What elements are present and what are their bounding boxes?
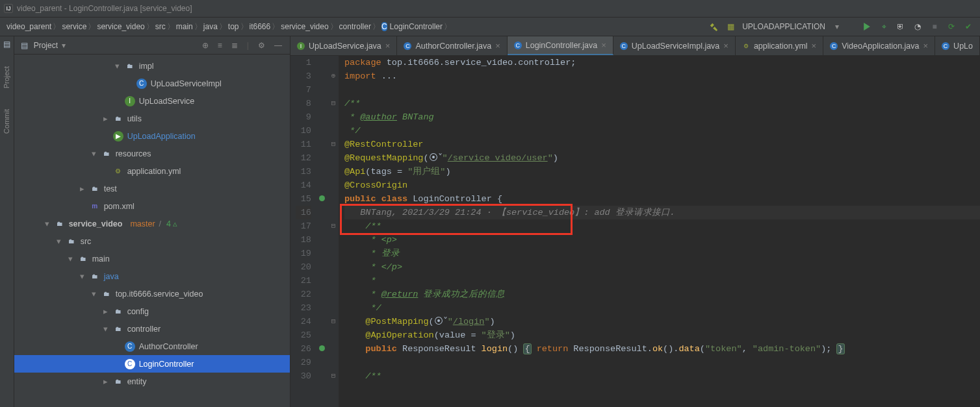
breadcrumb-item[interactable]: controller bbox=[339, 22, 371, 31]
tree-row[interactable]: ▾🖿java bbox=[14, 267, 290, 285]
fold-toggle[interactable]: ⊟ bbox=[328, 369, 339, 383]
project-view-icon: ▤ bbox=[19, 40, 30, 51]
fold-toggle bbox=[328, 110, 339, 124]
tree-row[interactable]: ▾🖿service_video master / 4 ▵ bbox=[14, 215, 290, 232]
breadcrumb-item[interactable]: java bbox=[203, 22, 218, 31]
editor-tab[interactable]: CVideoApplication.java× bbox=[823, 36, 935, 55]
fold-column[interactable]: ⊕⊟⊟⊟⊟⊟ bbox=[328, 56, 339, 407]
editor-tab[interactable]: CLoginController.java× bbox=[508, 36, 613, 55]
settings-gear-icon[interactable]: ⚙ bbox=[255, 41, 268, 50]
tree-row[interactable]: ▸🖿entity bbox=[14, 373, 290, 390]
hide-tool-icon[interactable]: — bbox=[272, 41, 285, 50]
close-tab-icon[interactable]: × bbox=[923, 41, 929, 51]
fold-toggle bbox=[328, 247, 339, 260]
fold-toggle bbox=[328, 233, 339, 247]
editor-tab[interactable]: IUpLoadService.java× bbox=[290, 36, 397, 55]
target-icon[interactable]: ⊕ bbox=[200, 41, 211, 50]
tree-row[interactable]: CAuthorController bbox=[14, 338, 290, 355]
editor-tab[interactable]: ⚙application.yml× bbox=[736, 36, 823, 55]
fold-toggle bbox=[328, 260, 339, 274]
tree-row[interactable]: ▶UpLoadApplication bbox=[14, 127, 290, 145]
title-bar: IJ video_parent - LoginController.java [… bbox=[0, 0, 980, 17]
breadcrumb-item[interactable]: service_video bbox=[97, 22, 144, 31]
close-tab-icon[interactable]: × bbox=[495, 41, 500, 51]
fold-toggle[interactable]: ⊕ bbox=[328, 69, 339, 83]
stop-icon[interactable]: ■ bbox=[929, 21, 940, 32]
tree-row[interactable]: ▾🖿top.it6666.service_video bbox=[14, 285, 290, 302]
project-tree[interactable]: ▾🖿implCUpLoadServiceImplIUpLoadService▸🖿… bbox=[14, 55, 290, 407]
project-tool-icon[interactable]: ▤ bbox=[1, 39, 12, 49]
tree-row[interactable]: ▾🖿impl bbox=[14, 57, 290, 75]
close-tab-icon[interactable]: × bbox=[601, 40, 606, 50]
editor-tab[interactable]: CAuthorController.java× bbox=[397, 36, 507, 55]
breadcrumb-item[interactable]: service bbox=[62, 22, 86, 31]
editor-tabs[interactable]: IUpLoadService.java×CAuthorController.ja… bbox=[290, 36, 980, 56]
code-area[interactable]: package top.it6666.service_video.control… bbox=[339, 56, 980, 407]
update-icon[interactable]: ⟳ bbox=[946, 21, 957, 32]
fold-toggle[interactable]: ⊟ bbox=[328, 315, 339, 328]
tree-row[interactable]: IUpLoadService bbox=[14, 92, 290, 110]
fold-toggle[interactable]: ⊟ bbox=[328, 97, 339, 110]
tree-row[interactable]: ▾🖿src bbox=[14, 232, 290, 250]
run-config-dropdown-icon[interactable]: ▾ bbox=[832, 21, 842, 32]
fold-toggle[interactable]: ⊟ bbox=[328, 138, 339, 151]
tree-row[interactable]: ▾🖿resources bbox=[14, 145, 290, 162]
tree-row[interactable]: ▾🖿main bbox=[14, 250, 290, 267]
editor-body[interactable]: 1378910111213141516171819202122232425262… bbox=[290, 56, 980, 407]
profile-icon[interactable]: ◔ bbox=[912, 21, 923, 32]
fold-toggle bbox=[328, 192, 339, 206]
fold-toggle bbox=[328, 83, 339, 97]
fold-toggle bbox=[328, 151, 339, 165]
breadcrumb-item[interactable]: LoginController bbox=[390, 22, 443, 31]
ij-logo-icon: IJ bbox=[4, 4, 13, 13]
tree-row[interactable]: ▸🖿utils bbox=[14, 110, 290, 127]
gutter-run-icon[interactable] bbox=[319, 345, 325, 351]
breadcrumb-item[interactable]: main bbox=[176, 22, 193, 31]
commit-icon[interactable]: ✔ bbox=[963, 21, 974, 32]
tree-row[interactable]: ⚙application.yml bbox=[14, 162, 290, 180]
project-tool-label[interactable]: Project bbox=[3, 62, 10, 92]
tree-row[interactable]: CLoginController bbox=[14, 355, 290, 373]
close-tab-icon[interactable]: × bbox=[385, 41, 391, 51]
debug-icon[interactable]: ⌖ bbox=[879, 21, 889, 32]
breadcrumb-item[interactable]: video_parent bbox=[6, 22, 51, 31]
breadcrumb-item[interactable]: service_video bbox=[281, 22, 328, 31]
breadcrumbs[interactable]: video_parent〉service〉service_video〉src〉m… bbox=[6, 21, 453, 32]
breadcrumb-item[interactable]: it6666 bbox=[250, 22, 271, 31]
gutter-icons[interactable] bbox=[316, 56, 328, 407]
editor-area: IUpLoadService.java×CAuthorController.ja… bbox=[290, 36, 980, 407]
project-tool-window: ▤ Project ▾ ⊕ ≡ ≣ | ⚙ — ▾🖿implCUpLoadSer… bbox=[14, 36, 290, 407]
tree-row[interactable]: CUpLoadServiceImpl bbox=[14, 75, 290, 92]
tree-row[interactable]: ▸🖿test bbox=[14, 180, 290, 197]
close-tab-icon[interactable]: × bbox=[723, 41, 729, 51]
run-coverage-icon[interactable]: ⛨ bbox=[896, 21, 906, 32]
tree-row[interactable]: ▸🖿config bbox=[14, 302, 290, 320]
collapse-all-icon[interactable]: ≣ bbox=[229, 41, 240, 50]
fold-toggle bbox=[328, 274, 339, 288]
gutter-run-icon[interactable] bbox=[319, 195, 325, 201]
tree-row[interactable]: mpom.xml bbox=[14, 197, 290, 215]
fold-toggle bbox=[328, 288, 339, 301]
build-icon[interactable] bbox=[708, 21, 719, 32]
breadcrumb-item[interactable]: top bbox=[228, 22, 239, 31]
fold-toggle bbox=[328, 342, 339, 356]
editor-tab[interactable]: CUpLo bbox=[935, 36, 980, 55]
expand-all-icon[interactable]: ≡ bbox=[215, 41, 225, 50]
run-config-select[interactable]: UPLOADAPPLICATION bbox=[742, 22, 825, 31]
run-config-icon: ▦ bbox=[725, 21, 736, 32]
breadcrumb-item[interactable]: src bbox=[155, 22, 166, 31]
project-header: ▤ Project ▾ ⊕ ≡ ≣ | ⚙ — bbox=[14, 36, 290, 55]
project-title[interactable]: Project bbox=[34, 41, 58, 50]
fold-toggle bbox=[328, 124, 339, 138]
fold-toggle bbox=[328, 206, 339, 219]
close-tab-icon[interactable]: × bbox=[812, 41, 817, 51]
editor-tab[interactable]: CUpLoadServiceImpl.java× bbox=[613, 36, 736, 55]
fold-toggle bbox=[328, 165, 339, 179]
fold-toggle[interactable]: ⊟ bbox=[328, 219, 339, 233]
tree-row[interactable]: ▾🖿controller bbox=[14, 320, 290, 338]
line-numbers[interactable]: 1378910111213141516171819202122232425262… bbox=[290, 56, 316, 407]
run-icon[interactable] bbox=[862, 21, 872, 32]
fold-toggle bbox=[328, 356, 339, 369]
gutter: 1378910111213141516171819202122232425262… bbox=[290, 56, 339, 407]
commit-tool-label[interactable]: Commit bbox=[3, 105, 10, 138]
